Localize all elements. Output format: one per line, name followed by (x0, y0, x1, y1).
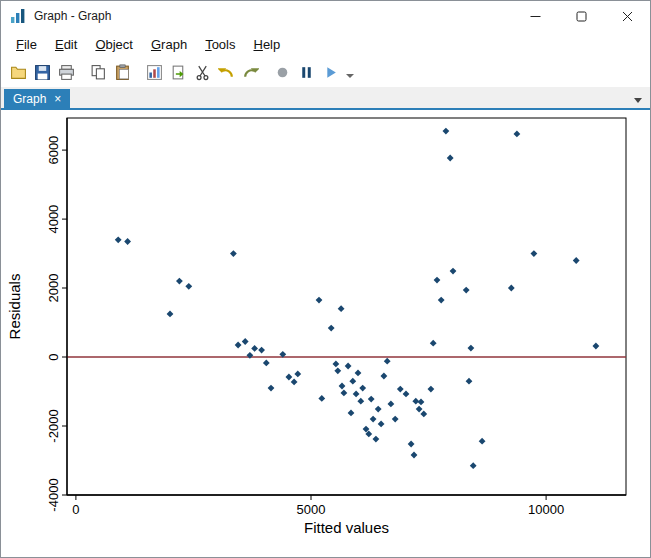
maximize-icon (576, 11, 587, 22)
svg-text:4000: 4000 (46, 205, 61, 234)
svg-text:10000: 10000 (528, 502, 564, 517)
cut-button[interactable] (190, 61, 214, 85)
open-button[interactable] (6, 61, 30, 85)
menu-tools[interactable]: Tools (196, 33, 244, 56)
pause-button[interactable] (294, 61, 318, 85)
menu-help[interactable]: Help (244, 33, 289, 56)
record-icon (274, 64, 291, 81)
svg-text:0: 0 (72, 502, 79, 517)
play-button[interactable] (318, 61, 342, 85)
graph-canvas: -4000-200002000400060000500010000Residua… (1, 110, 650, 557)
svg-text:6000: 6000 (46, 136, 61, 165)
minimize-icon (530, 11, 541, 22)
new-graph-icon (170, 64, 187, 81)
redo-icon (242, 64, 259, 81)
window-title: Graph - Graph (34, 9, 111, 23)
tab-list-dropdown-icon[interactable] (634, 98, 642, 103)
paste-button[interactable] (110, 61, 134, 85)
save-button[interactable] (30, 61, 54, 85)
close-button[interactable] (604, 1, 650, 31)
cut-icon (194, 64, 211, 81)
save-icon (34, 64, 51, 81)
residuals-vs-fitted-plot: -4000-200002000400060000500010000Residua… (1, 110, 650, 558)
copy-icon (90, 64, 107, 81)
tab-graph[interactable]: Graph × (4, 89, 70, 108)
svg-text:2000: 2000 (46, 274, 61, 303)
menu-bar: File Edit Object Graph Tools Help (1, 31, 650, 58)
svg-text:-4000: -4000 (46, 478, 61, 511)
print-icon (58, 64, 75, 81)
title-bar: Graph - Graph (1, 1, 650, 31)
redo-button[interactable] (238, 61, 262, 85)
toolbar (1, 58, 650, 87)
svg-text:0: 0 (46, 353, 61, 360)
undo-button[interactable] (214, 61, 238, 85)
tab-bar: Graph × (1, 87, 650, 110)
close-icon (622, 11, 633, 22)
graph-app-icon (10, 8, 26, 24)
print-button[interactable] (54, 61, 78, 85)
maximize-button[interactable] (558, 1, 604, 31)
graph-editor-icon (146, 64, 163, 81)
tab-close-icon[interactable]: × (54, 93, 61, 105)
stata-graph-window: Graph - Graph File Edit Obje (0, 0, 651, 558)
paste-icon (114, 64, 131, 81)
undo-icon (218, 64, 235, 81)
svg-text:Fitted values: Fitted values (304, 519, 389, 536)
copy-button[interactable] (86, 61, 110, 85)
record-button[interactable] (270, 61, 294, 85)
svg-text:Residuals: Residuals (6, 274, 23, 340)
pause-icon (298, 64, 315, 81)
play-icon (322, 64, 339, 81)
toolbar-overflow-icon[interactable] (346, 74, 354, 78)
graph-editor-button[interactable] (142, 61, 166, 85)
tab-label: Graph (13, 92, 46, 106)
menu-graph[interactable]: Graph (142, 33, 196, 56)
menu-edit[interactable]: Edit (46, 33, 86, 56)
svg-text:-2000: -2000 (46, 409, 61, 442)
menu-file[interactable]: File (7, 33, 46, 56)
open-icon (10, 64, 27, 81)
svg-text:5000: 5000 (297, 502, 326, 517)
minimize-button[interactable] (512, 1, 558, 31)
menu-object[interactable]: Object (86, 33, 142, 56)
new-graph-button[interactable] (166, 61, 190, 85)
